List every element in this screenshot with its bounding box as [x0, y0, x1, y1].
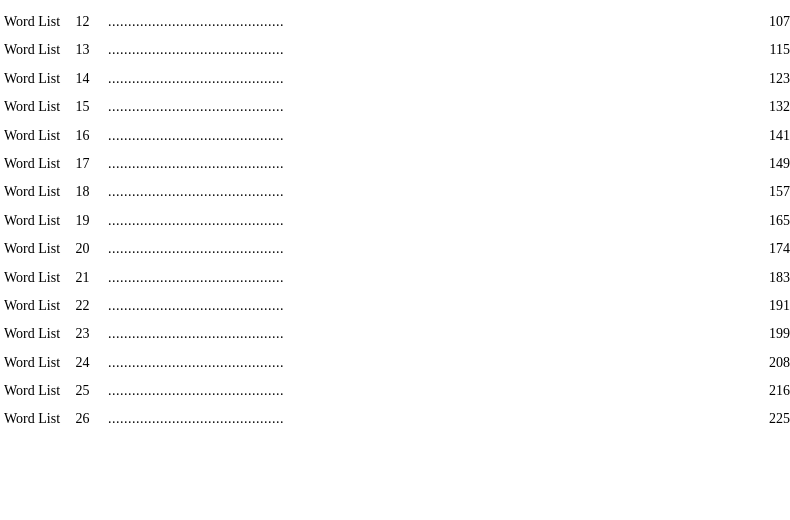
toc-row[interactable]: Word List 22 ...........................…	[0, 292, 790, 320]
toc-item-number: 26	[72, 408, 102, 430]
toc-item-page: 191	[755, 295, 790, 317]
toc-item-dots: ........................................…	[102, 39, 755, 61]
toc-item-page: 123	[755, 68, 790, 90]
toc-item-label: Word List	[4, 323, 72, 345]
toc-item-label: Word List	[4, 181, 72, 203]
toc-item-dots: ........................................…	[102, 238, 755, 260]
toc-item-label: Word List	[4, 11, 72, 33]
toc-row[interactable]: Word List 17 ...........................…	[0, 150, 790, 178]
toc-item-page: 199	[755, 323, 790, 345]
toc-row[interactable]: Word List 25 ...........................…	[0, 377, 790, 405]
toc-item-number: 19	[72, 210, 102, 232]
toc-item-page: 225	[755, 408, 790, 430]
toc-item-number: 23	[72, 323, 102, 345]
toc-item-label: Word List	[4, 125, 72, 147]
toc-item-label: Word List	[4, 408, 72, 430]
toc-item-dots: ........................................…	[102, 352, 755, 374]
toc-item-dots: ........................................…	[102, 210, 755, 232]
toc-item-label: Word List	[4, 153, 72, 175]
toc-row[interactable]: Word List 16 ...........................…	[0, 122, 790, 150]
toc-item-label: Word List	[4, 238, 72, 260]
toc-row[interactable]: Word List 24 ...........................…	[0, 349, 790, 377]
toc-item-page: 141	[755, 125, 790, 147]
toc-item-number: 16	[72, 125, 102, 147]
toc-item-dots: ........................................…	[102, 181, 755, 203]
toc-item-dots: ........................................…	[102, 68, 755, 90]
toc-row[interactable]: Word List 18 ...........................…	[0, 178, 790, 206]
toc-row[interactable]: Word List 13 ...........................…	[0, 36, 790, 64]
toc-row[interactable]: Word List 19 ...........................…	[0, 207, 790, 235]
toc-item-dots: ........................................…	[102, 153, 755, 175]
toc-item-page: 165	[755, 210, 790, 232]
toc-item-number: 12	[72, 11, 102, 33]
toc-item-dots: ........................................…	[102, 408, 755, 430]
toc-item-dots: ........................................…	[102, 323, 755, 345]
toc-item-page: 208	[755, 352, 790, 374]
toc-item-number: 15	[72, 96, 102, 118]
toc-item-dots: ........................................…	[102, 11, 755, 33]
toc-item-dots: ........................................…	[102, 96, 755, 118]
toc-item-label: Word List	[4, 68, 72, 90]
toc-item-number: 14	[72, 68, 102, 90]
toc-item-number: 18	[72, 181, 102, 203]
toc-row[interactable]: Word List 20 ...........................…	[0, 235, 790, 263]
toc-item-number: 24	[72, 352, 102, 374]
toc-item-page: 174	[755, 238, 790, 260]
toc-item-label: Word List	[4, 295, 72, 317]
toc-row[interactable]: Word List 21 ...........................…	[0, 264, 790, 292]
toc-item-label: Word List	[4, 352, 72, 374]
toc-container: Word List 12 ...........................…	[0, 8, 790, 434]
toc-item-number: 21	[72, 267, 102, 289]
toc-item-dots: ........................................…	[102, 125, 755, 147]
toc-item-dots: ........................................…	[102, 380, 755, 402]
toc-item-label: Word List	[4, 39, 72, 61]
toc-item-page: 149	[755, 153, 790, 175]
toc-item-number: 17	[72, 153, 102, 175]
toc-row[interactable]: Word List 26 ...........................…	[0, 405, 790, 433]
toc-item-label: Word List	[4, 380, 72, 402]
toc-item-number: 13	[72, 39, 102, 61]
toc-item-label: Word List	[4, 96, 72, 118]
toc-item-label: Word List	[4, 210, 72, 232]
toc-item-dots: ........................................…	[102, 295, 755, 317]
toc-item-number: 22	[72, 295, 102, 317]
toc-item-page: 183	[755, 267, 790, 289]
toc-item-dots: ........................................…	[102, 267, 755, 289]
toc-item-number: 25	[72, 380, 102, 402]
toc-item-page: 157	[755, 181, 790, 203]
toc-row[interactable]: Word List 12 ...........................…	[0, 8, 790, 36]
toc-item-label: Word List	[4, 267, 72, 289]
toc-item-page: 107	[755, 11, 790, 33]
toc-row[interactable]: Word List 23 ...........................…	[0, 320, 790, 348]
toc-row[interactable]: Word List 14 ...........................…	[0, 65, 790, 93]
toc-item-page: 216	[755, 380, 790, 402]
toc-item-page: 115	[755, 39, 790, 61]
toc-row[interactable]: Word List 15 ...........................…	[0, 93, 790, 121]
toc-item-number: 20	[72, 238, 102, 260]
toc-item-page: 132	[755, 96, 790, 118]
